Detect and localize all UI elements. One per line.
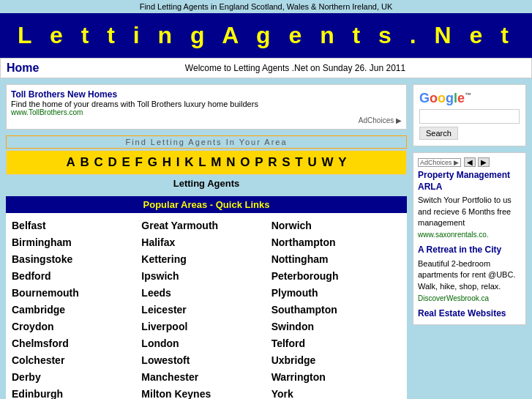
letter-u[interactable]: U: [307, 155, 316, 169]
list-item[interactable]: Northampton: [271, 234, 401, 251]
letter-a[interactable]: A: [66, 155, 75, 169]
letter-w[interactable]: W: [321, 155, 333, 169]
list-item[interactable]: Milton Keynes: [141, 386, 271, 399]
sidebar-ad-title-3[interactable]: Real Estate Websites: [418, 308, 521, 320]
letter-l[interactable]: L: [198, 155, 206, 169]
list-item[interactable]: Nottingham: [271, 251, 401, 268]
list-item[interactable]: Kettering: [141, 251, 271, 268]
list-item[interactable]: Birmingham: [12, 234, 141, 251]
list-item[interactable]: Telford: [271, 335, 401, 352]
list-item[interactable]: Leeds: [141, 285, 271, 302]
list-item[interactable]: Edinburgh: [12, 386, 141, 399]
main-layout: Toll Brothers New Homes Find the home of…: [0, 78, 532, 399]
right-sidebar: Google™ Search AdChoices ▶ ◀ ▶ Property …: [413, 84, 526, 399]
site-title: L e t t i n g A g e n t s . N e t: [18, 22, 514, 48]
sidebar-ad-3-block: Real Estate Websites: [418, 308, 521, 320]
letter-h[interactable]: H: [162, 155, 171, 169]
list-item[interactable]: Ipswich: [141, 268, 271, 285]
list-item[interactable]: Southampton: [271, 302, 401, 318]
list-item[interactable]: Warrington: [271, 369, 401, 386]
ad-choices[interactable]: AdChoices ▶: [11, 116, 402, 124]
next-arrow[interactable]: ▶: [478, 157, 490, 167]
sidebar-ad-url-1[interactable]: www.saxonrentals.co.: [418, 231, 521, 239]
ad-url[interactable]: www.TollBrothers.com: [11, 108, 402, 116]
cities-grid: Belfast Birmingham Basingstoke Bedford B…: [12, 217, 401, 399]
ad-choices-icon[interactable]: AdChoices ▶: [418, 158, 461, 167]
sidebar-ad-title-1[interactable]: Property Management ARLA: [418, 170, 521, 193]
home-link[interactable]: Home: [7, 61, 65, 75]
letter-e[interactable]: E: [121, 155, 130, 169]
sidebar-ad-text-2: Beautiful 2-bedroom apartments for rent …: [418, 258, 521, 292]
list-item[interactable]: Basingstoke: [12, 251, 141, 268]
top-bar: Find Letting Agents in England Scotland,…: [0, 0, 532, 13]
list-item[interactable]: Belfast: [12, 217, 141, 234]
popular-areas: Popular Areas - Quick Links Belfast Birm…: [6, 196, 407, 399]
list-item[interactable]: Derby: [12, 369, 141, 386]
list-item[interactable]: Manchester: [141, 369, 271, 386]
list-item[interactable]: Leicester: [141, 302, 271, 318]
header-banner: L e t t i n g A g e n t s . N e t: [0, 13, 532, 58]
letter-b[interactable]: B: [80, 155, 89, 169]
ad-title: Toll Brothers New Homes: [11, 89, 402, 100]
letter-o[interactable]: O: [240, 155, 250, 169]
letter-n[interactable]: N: [226, 155, 235, 169]
letter-m[interactable]: M: [211, 155, 221, 169]
find-agents-label: Find Letting Agents In Your Area: [6, 135, 407, 149]
city-col-3: Norwich Northampton Nottingham Peterboro…: [271, 217, 401, 399]
letting-agents-label: Letting Agents: [6, 175, 407, 192]
list-item[interactable]: Bedford: [12, 268, 141, 285]
list-item[interactable]: Peterborough: [271, 268, 401, 285]
city-col-1: Belfast Birmingham Basingstoke Bedford B…: [12, 217, 141, 399]
sidebar-ad-header: AdChoices ▶ ◀ ▶: [418, 157, 521, 167]
letter-p[interactable]: P: [255, 155, 263, 169]
letter-i[interactable]: I: [176, 155, 180, 169]
list-item[interactable]: Croydon: [12, 318, 141, 335]
ad-banner: Toll Brothers New Homes Find the home of…: [6, 84, 407, 130]
city-col-2: Great Yarmouth Halifax Kettering Ipswich…: [141, 217, 271, 399]
prev-arrow[interactable]: ◀: [464, 157, 476, 167]
list-item[interactable]: Cambridge: [12, 302, 141, 318]
sidebar-ad-2-block: A Retreat in the City Beautiful 2-bedroo…: [418, 245, 521, 302]
alphabet-bar: A B C D E F G H I K L M N O P R S T U W: [6, 150, 407, 175]
letter-c[interactable]: C: [94, 155, 102, 169]
welcome-text: Welcome to Letting Agents .Net on Sunday…: [65, 63, 525, 73]
list-item[interactable]: Chelmsford: [12, 335, 141, 352]
letter-d[interactable]: D: [108, 155, 116, 169]
sidebar-ad-1: AdChoices ▶ ◀ ▶ Property Management ARLA…: [413, 152, 526, 325]
letter-s[interactable]: S: [282, 155, 290, 169]
sidebar-ad-title-2[interactable]: A Retreat in the City: [418, 245, 521, 256]
sidebar-ad-text-1: Switch Your Portfolio to us and recieve …: [418, 195, 521, 228]
list-item[interactable]: York: [271, 386, 401, 399]
google-search-box: Google™ Search: [413, 84, 526, 146]
list-item[interactable]: London: [141, 335, 271, 352]
google-search-button[interactable]: Search: [419, 127, 458, 140]
list-item[interactable]: Bournemouth: [12, 285, 141, 302]
letter-k[interactable]: K: [184, 155, 193, 169]
nav-bar: Home Welcome to Letting Agents .Net on S…: [0, 58, 532, 78]
cities-table: Belfast Birmingham Basingstoke Bedford B…: [6, 213, 407, 399]
popular-areas-header: Popular Areas - Quick Links: [6, 196, 407, 213]
main-content: Toll Brothers New Homes Find the home of…: [6, 84, 407, 399]
sidebar-ad-url-2[interactable]: DiscoverWesbrook.ca: [418, 294, 521, 302]
list-item[interactable]: Uxbridge: [271, 352, 401, 369]
letter-g[interactable]: G: [148, 155, 157, 169]
list-item[interactable]: Plymouth: [271, 285, 401, 302]
list-item[interactable]: Norwich: [271, 217, 401, 234]
list-item[interactable]: Great Yarmouth: [141, 217, 271, 234]
letter-r[interactable]: R: [268, 155, 277, 169]
list-item[interactable]: Lowestoft: [141, 352, 271, 369]
google-search-input[interactable]: [419, 109, 520, 124]
top-bar-text: Find Letting Agents in England Scotland,…: [140, 2, 393, 11]
letter-f[interactable]: F: [135, 155, 143, 169]
list-item[interactable]: Swindon: [271, 318, 401, 335]
list-item[interactable]: Colchester: [12, 352, 141, 369]
list-item[interactable]: Liverpool: [141, 318, 271, 335]
google-logo: Google™: [419, 91, 520, 106]
sidebar-nav-arrows: ◀ ▶: [464, 157, 490, 167]
letter-t[interactable]: T: [295, 155, 302, 169]
alphabet-section: Find Letting Agents In Your Area A B C D…: [6, 135, 407, 192]
list-item[interactable]: Halifax: [141, 234, 271, 251]
ad-description: Find the home of your dreams with Toll B…: [11, 100, 402, 108]
letter-y[interactable]: Y: [338, 155, 346, 169]
